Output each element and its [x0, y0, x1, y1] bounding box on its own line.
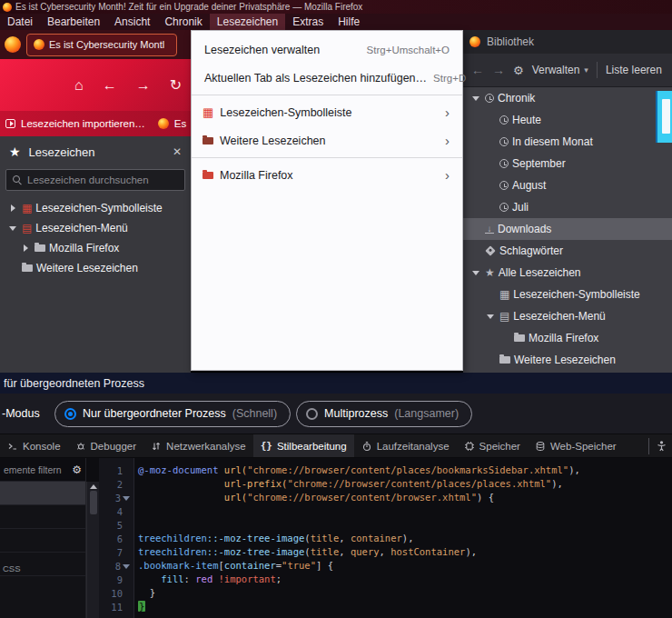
bookmark-favicon [158, 118, 169, 129]
tab-label: Debugger [91, 441, 137, 452]
manage-button[interactable]: Verwalten [532, 64, 580, 76]
browser-content: Es ist Cybersecurity Montl ⌂ ← → ↻ Lesez… [0, 30, 191, 373]
library-item-other-bookmarks[interactable]: Weitere Lesezeichen [463, 349, 672, 371]
code-line[interactable] [138, 518, 672, 532]
menu-hilfe[interactable]: Hilfe [331, 14, 367, 30]
menu-item-manage-bookmarks[interactable]: Lesezeichen verwalten Strg+Umschalt+O [192, 35, 462, 64]
menu-bar: Datei Bearbeiten Ansicht Chronik Lesezei… [0, 14, 672, 30]
menu-item-bookmark-tab[interactable]: Aktuellen Tab als Lesezeichen hinzufügen… [192, 64, 462, 92]
chevron-right-icon[interactable] [7, 204, 18, 212]
bookmarks-menu-icon: ▤ [499, 311, 509, 322]
stylesheet-row[interactable] [0, 529, 85, 553]
library-item-july[interactable]: Juli [463, 196, 672, 218]
stylesheet-row[interactable] [0, 505, 85, 529]
tree-item-label: In diesem Monat [512, 135, 593, 148]
menu-ansicht[interactable]: Ansicht [107, 14, 157, 30]
code-line[interactable]: url("chrome://browser/content/browser.xh… [138, 491, 672, 504]
library-item-bookmarks-menu[interactable]: ▤ Lesezeichen-Menü [463, 305, 672, 327]
chevron-down-icon[interactable] [470, 96, 481, 101]
code-line[interactable]: fill: red !important; [138, 573, 672, 586]
tab-speicher[interactable]: Speicher [457, 434, 528, 457]
code-line[interactable]: .bookmark-item[container="true"] { [138, 559, 672, 573]
back-icon[interactable]: ← [471, 63, 484, 77]
chevron-right-icon[interactable] [20, 244, 31, 252]
browser-tab[interactable]: Es ist Cybersecurity Montl [26, 34, 177, 56]
chevron-down-icon[interactable] [7, 226, 18, 231]
library-title: Bibliothek [487, 35, 534, 48]
back-icon[interactable]: ← [103, 78, 117, 93]
library-item-mozilla-firefox[interactable]: Mozilla Firefox [463, 327, 672, 349]
menu-chronik[interactable]: Chronik [157, 14, 209, 30]
code-line[interactable]: } [138, 586, 672, 600]
radio-multiprocess[interactable]: Multiprozess (Langsamer) [296, 401, 472, 427]
scroll-up-icon[interactable] [90, 484, 97, 489]
radio-unselected-icon[interactable] [306, 408, 318, 420]
stylesheet-row[interactable]: CSS [0, 553, 85, 576]
radio-single-process[interactable]: Nur übergeordneter Prozess (Schnell) [54, 401, 291, 427]
library-item-today[interactable]: Heute [463, 109, 672, 131]
tab-debugger[interactable]: Debugger [68, 434, 144, 457]
tab-stilbearbeitung[interactable]: {} Stilbearbeitung [253, 434, 354, 457]
fold-marker-icon[interactable] [123, 564, 130, 569]
scrollbar-thumb[interactable] [90, 491, 97, 514]
firefox-view-icon[interactable] [5, 36, 21, 53]
tab-label: Web-Speicher [550, 441, 617, 452]
sidebar-item-mozilla[interactable]: Mozilla Firefox [0, 238, 191, 258]
code-line[interactable] [138, 504, 672, 518]
code-line[interactable]: @-moz-document url("chrome://browser/con… [138, 464, 672, 477]
sidebar-search-input[interactable] [27, 174, 178, 185]
gear-icon[interactable]: ⚙ [513, 64, 524, 77]
sidebar-item-menu[interactable]: ▤ Lesezeichen-Menü [0, 218, 191, 238]
stylesheet-row[interactable] [0, 482, 85, 505]
tab-web-speicher[interactable]: Web-Speicher [528, 434, 624, 457]
menu-bearbeiten[interactable]: Bearbeiten [40, 14, 107, 30]
tab-laufzeitanalyse[interactable]: Laufzeitanalyse [354, 434, 457, 457]
sidebar-item-other[interactable]: Weitere Lesezeichen [0, 258, 191, 278]
library-item-all-bookmarks[interactable]: ★ Alle Lesezeichen [463, 262, 672, 284]
tab-konsole[interactable]: Konsole [0, 434, 68, 457]
chevron-down-icon[interactable] [470, 271, 481, 275]
stylesheet-list-scrollbar[interactable] [86, 482, 99, 618]
menu-datei[interactable]: Datei [0, 14, 40, 30]
sidebar-header: ★ Lesezeichen ✕ [0, 136, 191, 167]
library-item-downloads[interactable]: ↓ Downloads [463, 218, 672, 240]
tree-item-label: Downloads [498, 223, 551, 235]
menu-lesezeichen[interactable]: Lesezeichen [210, 14, 285, 30]
chevron-down-icon[interactable] [485, 314, 496, 319]
tab-label: Stilbearbeitung [277, 441, 347, 452]
forward-icon[interactable]: → [136, 78, 151, 93]
code-line[interactable]: } [138, 600, 672, 613]
library-item-august[interactable]: August [463, 174, 672, 196]
close-icon[interactable]: ✕ [173, 145, 182, 158]
gear-icon[interactable]: ⚙ [72, 464, 82, 476]
library-item-bookmarks-toolbar[interactable]: ▦ Lesezeichen-Symbolleiste [463, 284, 672, 305]
menu-extras[interactable]: Extras [285, 14, 331, 30]
code-line[interactable]: url-prefix("chrome://browser/content/pla… [138, 477, 672, 491]
clear-list-button[interactable]: Liste leeren [606, 64, 662, 76]
code-line[interactable]: treechildren::-moz-tree-image(title, con… [138, 532, 672, 545]
library-item-september[interactable]: September [463, 153, 672, 174]
import-bookmarks-button[interactable]: Lesezeichen importieren… [21, 118, 145, 129]
tree-item-label: Weitere Lesezeichen [514, 354, 616, 366]
code-line[interactable]: treechildren::-moz-tree-image(title, que… [138, 545, 672, 559]
stylesheet-type-badge: CSS [3, 563, 21, 573]
menu-item-other-bookmarks[interactable]: Weitere Lesezeichen › [192, 126, 462, 154]
tab-label: Speicher [479, 441, 520, 452]
radio-selected-icon[interactable] [64, 408, 76, 420]
menu-item-bookmarks-toolbar[interactable]: ▦ Lesezeichen-Symbolleiste › [192, 98, 462, 126]
bookmark-item[interactable]: Es [174, 118, 186, 129]
tab-netzwerkanalyse[interactable]: Netzwerkanalyse [143, 434, 253, 457]
library-item-this-month[interactable]: In diesem Monat [463, 131, 672, 153]
tree-item-label: Alle Lesezeichen [499, 266, 581, 279]
accessibility-person-icon[interactable] [656, 440, 667, 452]
library-item-history[interactable]: Chronik [463, 87, 672, 109]
reload-icon[interactable]: ↻ [170, 78, 182, 93]
stylesheet-filter-input[interactable]: emente filtern [4, 464, 62, 475]
fold-marker-icon[interactable] [123, 496, 130, 501]
home-icon[interactable]: ⌂ [74, 78, 84, 93]
css-source-editor[interactable]: @-moz-document url("chrome://browser/con… [134, 458, 672, 618]
forward-icon[interactable]: → [492, 63, 505, 77]
library-item-tags[interactable]: Schlagwörter [463, 240, 672, 262]
sidebar-item-toolbar[interactable]: ▦ Lesezeichen-Symbolleiste [0, 198, 191, 218]
menu-item-mozilla-firefox[interactable]: Mozilla Firefox › [192, 161, 462, 189]
